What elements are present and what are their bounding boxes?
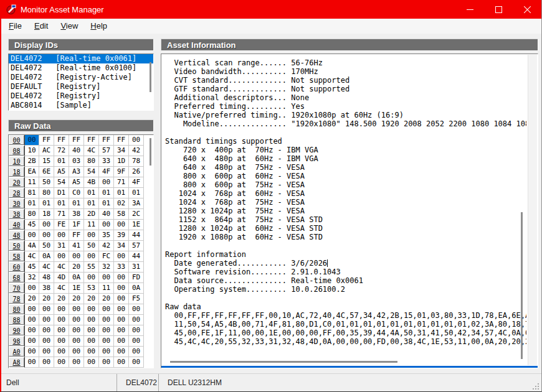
hex-cell[interactable]: 4C	[54, 262, 69, 273]
hex-offset-button[interactable]: 08	[9, 146, 24, 156]
hex-cell[interactable]: 20	[69, 262, 84, 273]
hex-cell[interactable]: 39	[114, 230, 129, 241]
hex-cell[interactable]: 80	[24, 209, 39, 220]
hex-cell[interactable]: 34	[114, 241, 129, 251]
hex-cell[interactable]: 00	[54, 315, 69, 325]
hex-offset-button[interactable]: 20	[9, 177, 24, 187]
hex-cell[interactable]: 4D	[54, 273, 69, 283]
hex-cell[interactable]: 32	[24, 273, 39, 283]
hex-offset-button[interactable]: 40	[9, 220, 24, 230]
hex-cell[interactable]: 00	[39, 220, 54, 230]
hex-offset-button[interactable]: A0	[9, 347, 24, 357]
hex-cell[interactable]: 00	[99, 220, 114, 230]
hex-cell[interactable]: 1D	[114, 156, 129, 167]
hex-cell[interactable]: 00	[39, 336, 54, 347]
hex-grid[interactable]: 0000FFFFFFFFFFFF000810AC72404C573442102B…	[8, 134, 154, 368]
hex-cell[interactable]: 4B	[84, 177, 99, 188]
hex-cell[interactable]: 2C	[129, 209, 144, 220]
hex-cell[interactable]: 1E	[129, 220, 144, 230]
hex-cell[interactable]: 31	[54, 241, 69, 251]
hex-cell[interactable]: 20	[54, 294, 69, 304]
hex-cell[interactable]: 00	[69, 315, 84, 325]
hex-cell[interactable]: 2B	[24, 156, 39, 167]
hex-cell[interactable]: 00	[54, 336, 69, 347]
hex-offset-button[interactable]: 58	[9, 251, 24, 261]
hex-cell[interactable]: A5	[54, 167, 69, 177]
asset-vscrollbar-track[interactable]	[528, 55, 537, 365]
title-bar[interactable]: Monitor Asset Manager	[1, 0, 541, 19]
hex-cell[interactable]: EA	[24, 167, 39, 177]
hex-cell[interactable]: 4C	[84, 146, 99, 156]
hex-cell[interactable]: 00	[129, 336, 144, 347]
hex-cell[interactable]: 00	[114, 315, 129, 325]
hex-cell[interactable]: 11	[84, 220, 99, 230]
hex-cell[interactable]: 00	[84, 325, 99, 336]
hex-cell[interactable]: 00	[69, 304, 84, 315]
hex-cell[interactable]: 72	[54, 146, 69, 156]
hex-cell[interactable]: 00	[129, 315, 144, 325]
hex-cell[interactable]: 00	[114, 294, 129, 304]
hex-offset-button[interactable]: 48	[9, 230, 24, 240]
hex-cell[interactable]: A5	[69, 177, 84, 188]
hex-cell[interactable]: 01	[54, 198, 69, 209]
hex-offset-button[interactable]: 80	[9, 304, 24, 314]
hex-cell[interactable]: 00	[84, 251, 99, 262]
hex-cell[interactable]: 0A	[39, 251, 54, 262]
hex-cell[interactable]: 00	[54, 347, 69, 357]
hex-cell[interactable]: 00	[84, 273, 99, 283]
hex-cell[interactable]: 11	[24, 177, 39, 188]
hex-offset-button[interactable]: 50	[9, 241, 24, 251]
hex-cell[interactable]: 1F	[69, 220, 84, 230]
hex-cell[interactable]: 32	[99, 262, 114, 273]
hex-cell[interactable]: FE	[54, 220, 69, 230]
hex-cell[interactable]: 11	[99, 283, 114, 294]
hex-cell[interactable]: 01	[69, 198, 84, 209]
hex-cell[interactable]: 6E	[39, 167, 54, 177]
hex-cell[interactable]: 00	[99, 304, 114, 315]
hex-cell[interactable]: 01	[54, 156, 69, 167]
hex-offset-button[interactable]: 38	[9, 209, 24, 219]
hex-cell[interactable]: 00	[114, 357, 129, 368]
hex-cell[interactable]: 15	[39, 156, 54, 167]
hex-cell[interactable]: 00	[24, 135, 39, 146]
hex-cell[interactable]: 50	[84, 241, 99, 251]
hex-cell[interactable]: 44	[129, 230, 144, 241]
hex-cell[interactable]: 42	[99, 241, 114, 251]
hex-cell[interactable]: 4F	[129, 177, 144, 188]
close-button[interactable]	[513, 0, 541, 19]
hex-cell[interactable]: 00	[114, 325, 129, 336]
hex-cell[interactable]: 54	[54, 177, 69, 188]
hex-cell[interactable]: 00	[24, 357, 39, 368]
hex-cell[interactable]: 00	[84, 315, 99, 325]
hex-cell[interactable]: 78	[129, 156, 144, 167]
hex-cell[interactable]: 1E	[69, 283, 84, 294]
hex-cell[interactable]: 10	[24, 146, 39, 156]
hex-cell[interactable]: 00	[39, 315, 54, 325]
hex-scrollbar-thumb[interactable]	[150, 138, 151, 166]
hex-cell[interactable]: 3A	[129, 198, 144, 209]
hex-cell[interactable]: 00	[114, 220, 129, 230]
hex-cell[interactable]: 38	[69, 209, 84, 220]
hex-cell[interactable]: FF	[84, 135, 99, 146]
hex-cell[interactable]: 00	[99, 357, 114, 368]
hex-offset-button[interactable]: 90	[9, 325, 24, 335]
hex-cell[interactable]: 18	[39, 209, 54, 220]
hex-cell[interactable]: 35	[99, 230, 114, 241]
hex-cell[interactable]: 00	[99, 273, 114, 283]
hex-cell[interactable]: 48	[39, 273, 54, 283]
hex-cell[interactable]: 01	[114, 188, 129, 198]
hex-cell[interactable]: FF	[114, 135, 129, 146]
hex-cell[interactable]: 50	[39, 177, 54, 188]
hex-offset-button[interactable]: A8	[9, 357, 24, 367]
hex-cell[interactable]: FF	[99, 135, 114, 146]
hex-cell[interactable]: 00	[24, 315, 39, 325]
hex-cell[interactable]: 00	[99, 315, 114, 325]
hex-cell[interactable]: 4C	[54, 283, 69, 294]
hex-cell[interactable]: 20	[84, 294, 99, 304]
hex-cell[interactable]: 00	[114, 251, 129, 262]
hex-offset-button[interactable]: 10	[9, 156, 24, 166]
hex-cell[interactable]: 40	[99, 209, 114, 220]
hex-cell[interactable]: 01	[129, 188, 144, 198]
hex-offset-button[interactable]: 18	[9, 167, 24, 177]
hex-cell[interactable]: A3	[69, 167, 84, 177]
